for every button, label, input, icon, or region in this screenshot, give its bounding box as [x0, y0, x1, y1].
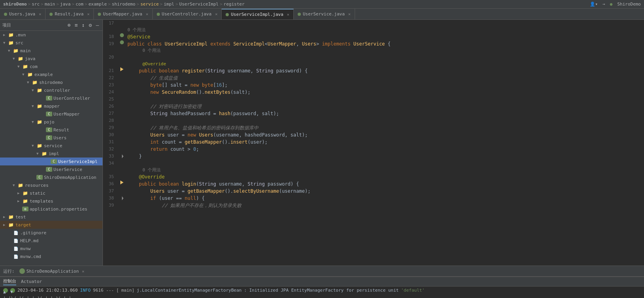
expand-arrow-pojo: ▼ [32, 120, 36, 124]
line-num-29: 29 [103, 124, 118, 131]
sidebar-item-usercontroller[interactable]: C UserController [0, 94, 103, 102]
line-content-18: @Service [126, 33, 644, 40]
breadcrumb-sep: > [72, 2, 74, 7]
tab-usermapper[interactable]: UserMapper.java ✕ [94, 9, 152, 19]
code-line-32: 32 return count > 0; [103, 146, 644, 153]
sidebar-item-mvnwcmd[interactable]: 📄 mvnw.cmd [0, 252, 103, 260]
sidebar-item-resources[interactable]: ▼ 📁 resources [0, 181, 103, 189]
folder-icon-impl: 📁 [41, 151, 47, 156]
sidebar-item-shirodemoapplication[interactable]: C ShiroDemoApplication [0, 173, 103, 181]
sidebar-item-gitignore[interactable]: 📄 .gitignore [0, 229, 103, 237]
expand-arrow-example: ▼ [22, 72, 27, 76]
code-line-28: 28 [103, 117, 644, 124]
expand-all-icon[interactable]: ⊕ [66, 22, 72, 28]
console-thread: [ [116, 287, 119, 294]
breadcrumb-item[interactable]: src [32, 2, 40, 7]
sidebar-item-static[interactable]: ▶ 📁 static [0, 189, 103, 197]
line-content-38: if (user == null) { [126, 195, 644, 202]
breadcrumb-sep: > [56, 2, 59, 7]
code-line-21: 21 public boolean register(String userna… [103, 67, 644, 74]
breadcrumb-item[interactable]: register [224, 2, 245, 7]
arrow-icon[interactable]: → [602, 2, 605, 7]
folder-icon-controller: 📁 [36, 88, 43, 93]
sidebar-item-label-resources: resources [25, 183, 49, 188]
breadcrumb-item[interactable]: shiroDemo [3, 2, 27, 7]
line-num-27: 27 [103, 110, 118, 117]
run-label: 运行: [3, 268, 15, 274]
sidebar-item-userservice[interactable]: C UserService [0, 165, 103, 173]
tab-actuator[interactable]: Actuator [21, 279, 42, 284]
console-down-btn[interactable]: ▼ [10, 288, 15, 293]
tab-close-usermapper[interactable]: ✕ [146, 12, 148, 16]
minimize-icon[interactable]: — [95, 22, 100, 28]
sidebar-item-usermapper[interactable]: C UserMapper [0, 110, 103, 118]
sidebar-item-users[interactable]: C Users [0, 134, 103, 142]
breadcrumb-item[interactable]: com [76, 2, 84, 7]
main-layout: 项目 ⊕ ≡ ↕ ⚙ — ▶ 📁 .mvn ▼ 📁 src ▼ 📁 main ▼… [0, 20, 644, 266]
console-level: INFO [80, 287, 91, 294]
tab-console[interactable]: 控制台 [3, 278, 16, 285]
sidebar-item-result[interactable]: C Result [0, 126, 103, 134]
run-close-icon[interactable]: ✕ [82, 269, 84, 273]
tab-userserviceimpl[interactable]: UserServiceImpl.java ✕ [222, 9, 293, 19]
sidebar-item-target[interactable]: ▶ 📁 target [0, 221, 103, 229]
sidebar-item-label-mapper: mapper [44, 104, 60, 109]
sidebar-item-mvnw[interactable]: 📄 mvnw [0, 245, 103, 252]
console-bar: ▲ ▼ 2023-04-16 21:02:13.060 INFO 9616 --… [0, 286, 644, 298]
sidebar-item-mapper[interactable]: ▼ 📁 mapper [0, 102, 103, 110]
class-icon-result: C [46, 127, 52, 132]
sidebar-item-shirodemo[interactable]: ▼ 📁 shirodemo [0, 78, 103, 86]
person-icon[interactable]: 👤▾ [590, 2, 598, 7]
collapse-icon[interactable]: ≡ [74, 22, 79, 28]
sidebar-item-java[interactable]: ▼ 📁 java [0, 55, 103, 63]
line-num-36: 36 [103, 180, 118, 188]
breadcrumb-item[interactable]: UserServiceImpl [179, 2, 218, 7]
breadcrumb-item[interactable]: main [45, 2, 55, 7]
sidebar-item-service[interactable]: ▼ 📁 service [0, 142, 103, 150]
code-line-22: 22 // 生成盐值 [103, 74, 644, 82]
tab-close-userservice[interactable]: ✕ [348, 12, 351, 16]
breadcrumb-item[interactable]: example [88, 2, 106, 7]
tab-close-userserviceimpl[interactable]: ✕ [287, 12, 289, 17]
settings-icon[interactable]: ⚙ [87, 22, 93, 28]
sidebar-item-src[interactable]: ▼ 📁 src [0, 39, 103, 47]
sidebar-item-label-static: static [30, 191, 46, 196]
sidebar-item-example[interactable]: ▼ 📁 example [0, 70, 103, 78]
sidebar-item-main[interactable]: ▼ 📁 main [0, 47, 103, 55]
folder-icon-pojo: 📁 [36, 120, 43, 124]
sidebar-item-controller[interactable]: ▼ 📁 controller [0, 86, 103, 94]
sidebar-item-pojo[interactable]: ▼ 📁 pojo [0, 118, 103, 126]
tab-close-usercontroller[interactable]: ✕ [215, 12, 217, 16]
tab-users[interactable]: Users.java ✕ [0, 9, 46, 19]
tab-label-usercontroller: UserController.java [162, 11, 212, 17]
console-up-btn[interactable]: ▲ [3, 288, 8, 293]
folder-icon-static: 📁 [22, 191, 28, 196]
sidebar-item-impl[interactable]: ▼ 📁 impl [0, 150, 103, 158]
sidebar-item-com[interactable]: ▼ 📁 com [0, 63, 103, 70]
breadcrumb-item[interactable]: java [60, 2, 71, 7]
sidebar-item-mvn[interactable]: ▶ 📁 .mvn [0, 31, 103, 39]
sidebar-item-helpmd[interactable]: 📄 HELP.md [0, 237, 103, 245]
breadcrumb-item[interactable]: service [141, 2, 159, 7]
code-area[interactable]: 17 0 个用法 18 @Service 19 public class Use… [103, 20, 644, 266]
sidebar-item-label-mvnw: mvnw [20, 246, 31, 251]
tab-close-users[interactable]: ✕ [39, 12, 41, 16]
breadcrumb-item[interactable]: impl [164, 2, 175, 7]
code-line-30: 30 Users user = new Users(username, hash… [103, 131, 644, 139]
tab-close-result[interactable]: ✕ [87, 12, 89, 16]
tab-result[interactable]: Result.java ✕ [46, 9, 94, 19]
sidebar-item-userserviceimpl[interactable]: C UserServiceImpl [0, 158, 103, 165]
breadcrumb-item[interactable]: shirodemo [112, 2, 135, 7]
sidebar-item-appprops[interactable]: ⚙ application.properties [0, 205, 103, 213]
sidebar-item-templates[interactable]: ▶ 📁 templates [0, 197, 103, 205]
sidebar-item-label-helpmd: HELP.md [20, 238, 38, 243]
tabs-bar: Users.java ✕ Result.java ✕ UserMapper.ja… [0, 9, 644, 20]
file-icon-gitignore: 📄 [13, 230, 19, 235]
sidebar-item-test[interactable]: ▶ 📁 test [0, 213, 103, 221]
gutter-triangle-36 [120, 180, 123, 184]
tab-usercontroller[interactable]: UserController.java ✕ [153, 9, 222, 19]
run-app-item[interactable]: ShiroDemoApplication ✕ [19, 268, 84, 274]
sort-icon[interactable]: ↕ [81, 22, 86, 28]
code-line-34: 34 [103, 160, 644, 167]
tab-userservice[interactable]: UserService.java ✕ [294, 9, 355, 19]
